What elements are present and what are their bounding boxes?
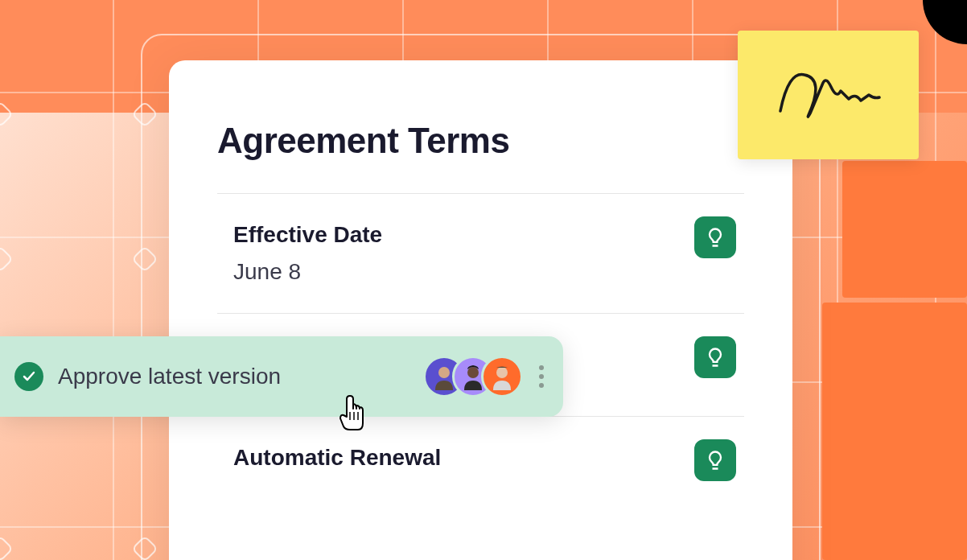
svg-point-2 <box>496 367 508 378</box>
card-title: Agreement Terms <box>217 121 744 161</box>
lightbulb-icon <box>704 226 726 249</box>
insight-button[interactable] <box>694 216 736 258</box>
avatar-face-icon <box>430 363 458 390</box>
background-block <box>842 161 967 298</box>
term-label: Automatic Renewal <box>233 445 728 471</box>
approve-version-pill[interactable]: Approve latest version <box>0 336 563 417</box>
insight-button[interactable] <box>694 336 736 378</box>
lightbulb-icon <box>704 346 726 369</box>
avatar-face-icon <box>488 363 516 390</box>
term-value: June 8 <box>233 259 728 285</box>
svg-point-1 <box>467 367 479 378</box>
signature-sticky-note[interactable] <box>738 31 919 159</box>
collaborator-avatars[interactable] <box>423 356 523 397</box>
term-row-auto-renewal[interactable]: Automatic Renewal <box>217 417 744 510</box>
dot-icon <box>539 383 544 388</box>
check-icon <box>21 369 37 385</box>
diamond-decoration <box>0 535 14 560</box>
avatar-face-icon <box>459 363 487 390</box>
agreement-terms-card: Agreement Terms Effective Date June 8 Ac… <box>169 60 792 560</box>
avatar[interactable] <box>481 356 523 397</box>
diamond-decoration <box>0 245 14 273</box>
dot-icon <box>539 374 544 379</box>
lightbulb-icon <box>704 449 726 471</box>
approve-label: Approve latest version <box>58 364 423 389</box>
background-block <box>822 303 967 560</box>
svg-point-0 <box>438 367 450 378</box>
insight-button[interactable] <box>694 439 736 481</box>
term-label: Effective Date <box>233 222 728 248</box>
term-row-effective-date[interactable]: Effective Date June 8 <box>217 194 744 313</box>
diamond-decoration <box>0 101 14 128</box>
cursor-pointer-icon <box>335 394 368 431</box>
dot-icon <box>539 365 544 370</box>
approve-check-badge <box>14 362 43 391</box>
signature-icon <box>768 59 889 131</box>
more-options-button[interactable] <box>539 365 544 388</box>
